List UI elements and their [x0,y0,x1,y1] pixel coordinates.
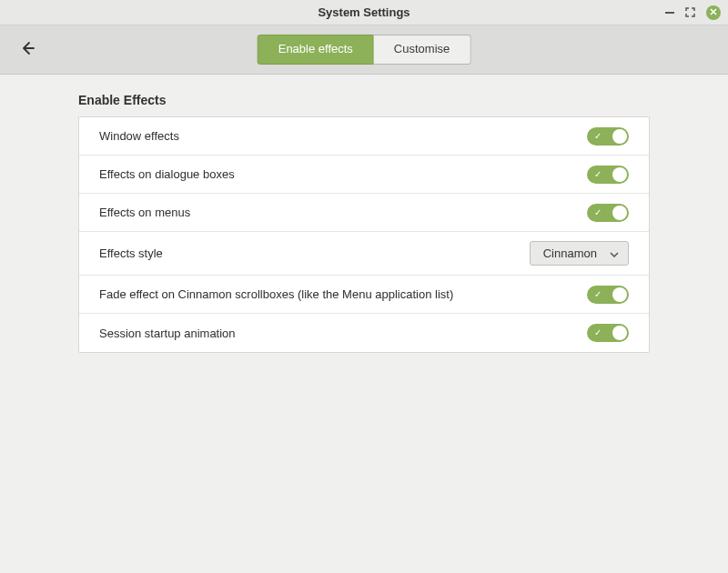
row-label: Window effects [99,129,179,143]
row-label: Effects on menus [99,206,190,219]
toggle-knob [612,129,627,144]
row-label: Effects style [99,246,163,260]
close-icon [710,8,717,17]
effects-style-dropdown[interactable]: Cinnamon [530,241,629,266]
toggle-knob [612,206,627,220]
row-effects-style: Effects style Cinnamon [79,232,649,276]
toggle-menus[interactable]: ✓ [587,204,629,222]
toggle-fade-scrollboxes[interactable]: ✓ [587,286,629,304]
row-label: Session startup animation [99,327,236,340]
check-icon: ✓ [594,328,602,337]
titlebar: System Settings [0,0,728,25]
row-dialogue-boxes: Effects on dialogue boxes ✓ [79,156,649,194]
tab-label: Customise [394,42,450,55]
window-title: System Settings [318,5,410,19]
toggle-knob [612,326,627,340]
maximize-button[interactable] [685,7,695,17]
dropdown-value: Cinnamon [543,246,597,260]
toggle-knob [612,287,627,302]
back-arrow-icon [19,40,35,60]
toggle-dialogue-boxes[interactable]: ✓ [587,166,629,184]
row-label: Fade effect on Cinnamon scrollboxes (lik… [99,287,453,301]
tab-enable-effects[interactable]: Enable effects [258,35,374,65]
settings-panel: Window effects ✓ Effects on dialogue box… [78,116,650,353]
toggle-session-startup[interactable]: ✓ [587,324,629,342]
row-label: Effects on dialogue boxes [99,167,235,181]
row-fade-scrollboxes: Fade effect on Cinnamon scrollboxes (lik… [79,276,649,314]
row-window-effects: Window effects ✓ [79,117,649,156]
toolbar: Enable effects Customise [0,25,728,75]
toggle-window-effects[interactable]: ✓ [587,127,629,146]
back-button[interactable] [15,37,40,63]
tab-label: Enable effects [278,42,353,55]
check-icon: ✓ [594,290,602,299]
content-area: Enable Effects Window effects ✓ Effects … [0,75,728,371]
tabs: Enable effects Customise [258,35,471,65]
toggle-knob [612,167,627,182]
row-session-startup: Session startup animation ✓ [79,314,649,352]
minimize-button[interactable] [665,12,674,14]
check-icon: ✓ [594,132,602,141]
maximize-icon [685,7,695,17]
minimize-icon [665,12,674,14]
chevron-down-icon [610,246,619,260]
check-icon: ✓ [594,170,602,179]
tab-customise[interactable]: Customise [374,35,470,65]
row-menus: Effects on menus ✓ [79,194,649,232]
check-icon: ✓ [594,208,602,217]
window-controls [665,5,721,20]
section-title: Enable Effects [78,93,650,107]
close-button[interactable] [706,5,721,20]
